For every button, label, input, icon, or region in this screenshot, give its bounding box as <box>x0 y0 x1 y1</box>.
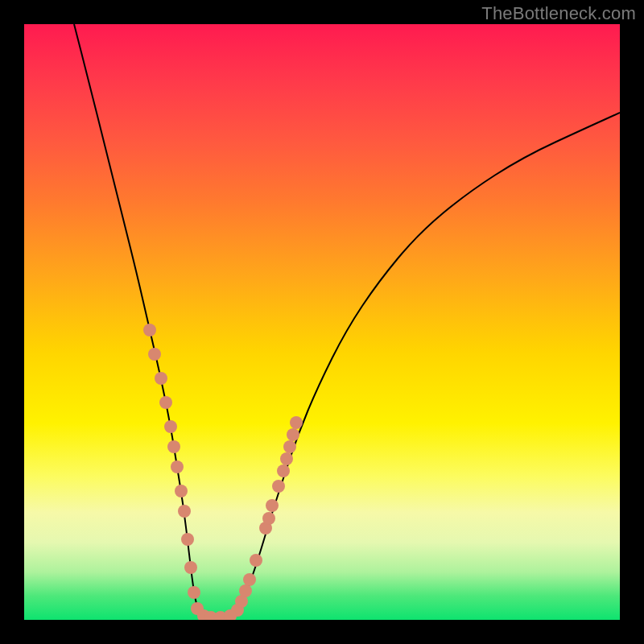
data-dot <box>155 372 167 385</box>
data-dot <box>191 602 204 615</box>
data-dot <box>181 533 194 546</box>
data-dot <box>143 324 156 336</box>
data-dot <box>164 420 177 433</box>
data-dot <box>283 440 296 453</box>
data-dot <box>204 611 217 620</box>
data-dot <box>175 485 188 497</box>
data-dots <box>143 324 303 620</box>
data-dot <box>259 522 272 535</box>
data-dot <box>280 452 293 465</box>
data-dot <box>266 499 279 512</box>
data-dot <box>231 604 244 617</box>
data-dot <box>171 460 184 473</box>
left-curve <box>74 24 211 617</box>
data-dot <box>159 396 172 409</box>
data-dot <box>235 595 248 608</box>
curve-layer <box>24 24 620 620</box>
data-dot <box>277 464 290 477</box>
chart-stage: TheBottleneck.com <box>0 0 644 644</box>
data-dot <box>184 561 197 574</box>
data-dot <box>197 609 210 620</box>
data-dot <box>262 512 275 525</box>
data-dot <box>178 505 191 518</box>
data-dot <box>250 554 262 567</box>
data-dot <box>287 428 299 441</box>
data-dot <box>290 416 303 429</box>
right-curve <box>211 113 620 617</box>
data-dot <box>224 609 237 620</box>
data-dot <box>148 348 161 361</box>
data-dot <box>167 440 180 453</box>
data-dot <box>239 584 252 597</box>
watermark-text: TheBottleneck.com <box>481 3 636 24</box>
plot-area <box>24 24 620 620</box>
data-dot <box>214 611 227 620</box>
data-dot <box>243 573 256 586</box>
data-dot <box>188 586 200 599</box>
data-dot <box>272 480 285 493</box>
